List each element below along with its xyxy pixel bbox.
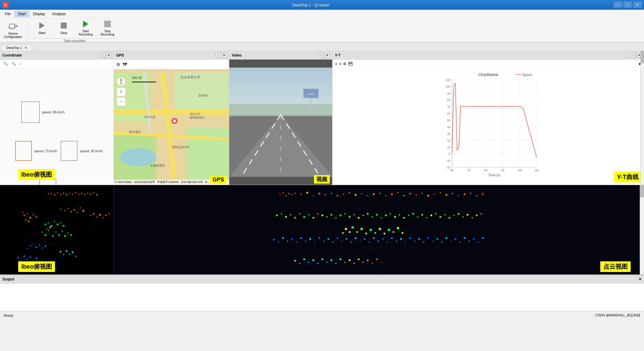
yt-settings-icon[interactable]: ⚙ bbox=[343, 62, 346, 66]
svg-point-275 bbox=[336, 237, 338, 239]
coord-tool-minus[interactable]: - bbox=[19, 61, 22, 67]
svg-point-169 bbox=[36, 257, 37, 259]
data-acquisition-label: Data acquisition bbox=[31, 38, 118, 43]
svg-point-109 bbox=[87, 193, 88, 194]
svg-point-156 bbox=[52, 235, 54, 237]
output-close-button[interactable]: ✕ bbox=[639, 277, 642, 281]
svg-point-180 bbox=[285, 195, 287, 196]
stop-recording-button[interactable]: Stop Recording bbox=[97, 18, 118, 38]
start-recording-icon bbox=[81, 19, 90, 29]
bottom-scrollbar[interactable] bbox=[640, 185, 644, 274]
svg-text:ChartName: ChartName bbox=[478, 72, 498, 77]
menu-start[interactable]: Start bbox=[14, 11, 29, 17]
data-acquisition-group: Start Stop StartRecording bbox=[31, 18, 118, 43]
gps-map[interactable]: 500 米 + − 北京体育大学 新亭桥 清华志清中学 西洋景区 长春园景区 bbox=[114, 69, 229, 185]
svg-text:新亭桥: 新亭桥 bbox=[199, 94, 208, 97]
device-config-button[interactable]: DeviceConfiguration bbox=[2, 20, 24, 40]
svg-point-252 bbox=[444, 214, 445, 215]
svg-text:100: 100 bbox=[517, 169, 522, 172]
menu-display[interactable]: Display bbox=[29, 11, 49, 17]
coord-tool-2[interactable]: 🔍 bbox=[11, 61, 17, 66]
yt-add-button[interactable]: + bbox=[335, 61, 337, 66]
coordinate-restore-button[interactable]: □ bbox=[100, 53, 105, 58]
yt-panel-label: Y-T曲线 bbox=[614, 172, 642, 182]
svg-point-183 bbox=[295, 193, 296, 194]
svg-point-134 bbox=[42, 247, 43, 249]
menu-analysis[interactable]: Analysis bbox=[49, 11, 70, 17]
yt-list-icon[interactable]: ≡ bbox=[339, 62, 341, 66]
coord-box-3 bbox=[61, 141, 77, 161]
bottom-scrollbar-thumb[interactable] bbox=[640, 185, 644, 197]
tab-close-icon[interactable]: ✕ bbox=[25, 46, 27, 50]
svg-point-311 bbox=[360, 228, 363, 230]
svg-point-229 bbox=[339, 215, 341, 216]
output-content bbox=[0, 284, 644, 311]
svg-point-235 bbox=[367, 213, 369, 215]
svg-point-185 bbox=[306, 192, 308, 194]
yt-export-icon[interactable]: 💾 bbox=[348, 62, 353, 66]
svg-point-212 bbox=[470, 193, 471, 194]
svg-point-249 bbox=[430, 215, 432, 216]
status-bar: Ready CSDN @WINDHILL_风丘科技 bbox=[0, 311, 644, 319]
svg-point-233 bbox=[358, 217, 359, 219]
svg-point-186 bbox=[313, 195, 314, 196]
svg-point-318 bbox=[393, 231, 394, 233]
svg-point-277 bbox=[346, 238, 347, 240]
lidar-panel: Ibeo俯视图 bbox=[0, 185, 114, 274]
svg-point-201 bbox=[404, 195, 405, 196]
gps-close-button[interactable]: ✕ bbox=[222, 53, 227, 58]
video-close-button[interactable]: ✕ bbox=[325, 53, 330, 58]
coord-box-1 bbox=[21, 102, 39, 123]
svg-point-192 bbox=[349, 192, 350, 193]
svg-point-243 bbox=[403, 217, 405, 219]
main-scrollbar[interactable] bbox=[640, 51, 644, 185]
stop-button[interactable]: Stop bbox=[53, 18, 74, 38]
maximize-button[interactable]: □ bbox=[623, 2, 632, 8]
svg-point-102 bbox=[66, 194, 67, 195]
coordinate-toolbar: 🔍 🔍 - bbox=[0, 60, 114, 68]
svg-point-188 bbox=[325, 194, 326, 195]
svg-point-321 bbox=[349, 231, 350, 233]
svg-point-103 bbox=[69, 193, 70, 194]
gps-location-icon[interactable]: 🗺 bbox=[123, 62, 127, 67]
svg-point-97 bbox=[51, 193, 52, 194]
close-button[interactable]: ✕ bbox=[633, 2, 642, 8]
svg-point-96 bbox=[48, 194, 49, 195]
start-button[interactable]: Start bbox=[31, 18, 53, 38]
svg-point-164 bbox=[21, 260, 22, 261]
minimize-button[interactable]: ─ bbox=[614, 2, 622, 8]
coord-tool-1[interactable]: 🔍 bbox=[2, 61, 9, 66]
tab-desktop1[interactable]: DeskTop 1 ✕ bbox=[1, 44, 32, 51]
gps-restore-button[interactable]: □ bbox=[216, 53, 220, 58]
svg-point-178 bbox=[279, 194, 281, 195]
video-restore-button[interactable]: □ bbox=[319, 53, 324, 58]
toolbar-separator-1 bbox=[27, 22, 28, 38]
svg-point-283 bbox=[373, 237, 375, 239]
start-recording-button[interactable]: StartRecording bbox=[75, 18, 96, 38]
video-panel: Video □ ✕ bbox=[229, 51, 332, 185]
svg-text:30: 30 bbox=[447, 132, 450, 136]
svg-point-260 bbox=[481, 213, 482, 215]
gps-title: GPS bbox=[116, 53, 124, 57]
svg-point-196 bbox=[373, 193, 375, 195]
coordinate-close-button[interactable]: ✕ bbox=[106, 53, 111, 58]
svg-point-262 bbox=[278, 241, 279, 243]
yt-restore-button[interactable]: □ bbox=[631, 53, 635, 58]
svg-point-124 bbox=[54, 221, 55, 222]
svg-point-194 bbox=[361, 193, 362, 194]
scrollbar-thumb[interactable] bbox=[641, 51, 644, 63]
svg-point-305 bbox=[473, 238, 475, 240]
svg-point-225 bbox=[322, 215, 323, 216]
menu-file[interactable]: File bbox=[1, 11, 14, 17]
svg-point-208 bbox=[445, 194, 447, 196]
gps-settings-icon[interactable]: ⚙ bbox=[116, 62, 120, 67]
svg-point-226 bbox=[326, 216, 328, 218]
svg-point-215 bbox=[276, 215, 278, 216]
svg-point-286 bbox=[387, 241, 388, 243]
svg-point-99 bbox=[57, 192, 58, 193]
svg-point-129 bbox=[63, 225, 64, 227]
svg-point-343 bbox=[381, 262, 382, 263]
stop-recording-label: Stop Recording bbox=[98, 29, 117, 36]
svg-text:10: 10 bbox=[447, 146, 450, 149]
svg-point-250 bbox=[435, 213, 436, 215]
